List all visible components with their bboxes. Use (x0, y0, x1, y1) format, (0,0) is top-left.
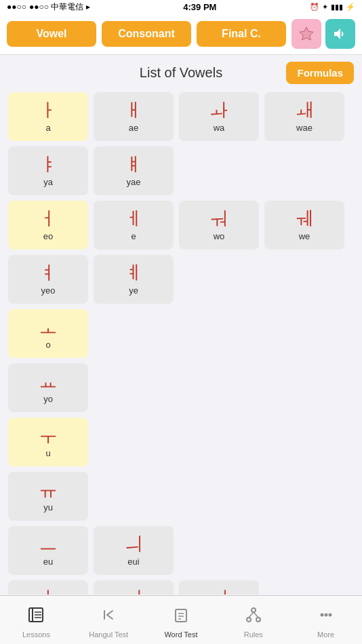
vowel-symbol: ㅔ (124, 209, 143, 228)
vowel-symbol: ㅕ (39, 264, 58, 283)
top-nav-icons (291, 19, 355, 49)
vowel-cell-eo[interactable]: ㅓeo (8, 201, 88, 249)
svg-point-15 (320, 613, 323, 617)
vowel-cell-a[interactable]: ㅏa (8, 92, 88, 141)
vowel-label: eui (127, 557, 139, 567)
vowel-label: o (45, 340, 50, 350)
vowel-symbol: ㅖ (124, 264, 143, 283)
vowel-symbol: ㅓ (39, 209, 58, 228)
status-bar: ●●○○ ●●○○ 中華電信 ▸ 4:39 PM ⏰ ✦ ▮▮▮ ⚡ (0, 0, 362, 14)
vowel-cell-ae[interactable]: ㅐae (94, 92, 174, 141)
vowel-label: e (131, 231, 136, 241)
vowel-cell-yo[interactable]: ㅛyo (8, 363, 88, 412)
vowel-label: yu (43, 502, 53, 512)
vowel-row: ㅗo (8, 309, 354, 358)
svg-line-13 (249, 612, 254, 618)
vowel-label: wo (214, 231, 225, 241)
vowel-label: a (45, 123, 50, 133)
vowel-row: ㅏaㅐaeㅘwaㅙwae (8, 92, 354, 141)
vowel-symbol: ㅟ (124, 589, 143, 595)
title-row: List of Vowels Formulas (8, 62, 354, 84)
charge-icon: ⚡ (346, 3, 355, 12)
vowel-row: ㅜu (8, 418, 354, 466)
consonant-button[interactable]: Consonant (102, 21, 191, 47)
vowel-cell-eui[interactable]: ㅢeui (94, 526, 174, 575)
vowel-row: ㅡeuㅢeui (8, 526, 354, 575)
vowel-symbol: ㅝ (209, 209, 228, 228)
vowel-cell-u[interactable]: ㅜu (8, 418, 88, 466)
tab-label: More (317, 630, 334, 639)
clock: 4:39 PM (183, 2, 216, 12)
tab-label: Rules (244, 630, 263, 639)
vowel-cell-ya[interactable]: ㅑya (8, 146, 88, 195)
svg-rect-6 (176, 609, 186, 622)
status-left: ●●○○ ●●○○ 中華電信 ▸ (7, 1, 90, 13)
vowel-label: u (45, 448, 50, 458)
vowel-grid: ㅏaㅐaeㅘwaㅙwaeㅑyaㅒyaeㅓeoㅔeㅝwoㅞweㅕyeoㅖyeㅗoㅛ… (8, 92, 354, 595)
vowel-label: eu (43, 557, 53, 567)
star-button[interactable] (291, 19, 321, 49)
vowel-symbol: ㅒ (124, 155, 143, 174)
svg-point-10 (252, 608, 256, 612)
vowel-cell-eu[interactable]: ㅡeu (8, 526, 88, 575)
tab-item-word-test[interactable]: Word Test (145, 601, 218, 639)
vowel-symbol: ㅏ (39, 101, 58, 120)
vowel-label: yo (43, 394, 53, 404)
vowel-cell-wi[interactable]: ㅟwi (94, 580, 174, 595)
vowel-label: wa (214, 123, 225, 133)
vowel-symbol: ㅜ (39, 426, 58, 445)
content-area: List of Vowels Formulas ㅏaㅐaeㅘwaㅙwaeㅑyaㅒ… (0, 55, 362, 595)
vowel-cell-wo[interactable]: ㅝwo (179, 201, 259, 249)
tab-item-rules[interactable]: Rules (217, 601, 289, 639)
vowel-cell-ye[interactable]: ㅖye (94, 255, 174, 304)
vowel-label: ye (129, 285, 138, 296)
top-navigation: Vowel Consonant Final C. (0, 14, 362, 55)
vowel-label: eo (43, 231, 53, 241)
svg-point-11 (247, 618, 251, 622)
vowel-cell-i[interactable]: ㅣi (8, 580, 88, 595)
final-c-button[interactable]: Final C. (197, 21, 286, 47)
svg-point-17 (328, 613, 331, 617)
bluetooth-icon: ✦ (322, 3, 328, 12)
vowel-symbol: ㅣ (39, 589, 58, 595)
vowel-cell-we[interactable]: ㅚwe (179, 580, 259, 595)
tab-icon-3 (244, 605, 263, 628)
tab-icon-4 (317, 605, 336, 628)
vowel-label: ya (43, 177, 53, 187)
tab-item-hangul-test[interactable]: Hangul Test (73, 601, 145, 639)
vowel-button[interactable]: Vowel (7, 21, 96, 47)
vowel-cell-we[interactable]: ㅞwe (264, 201, 344, 249)
vowel-row: ㅣiㅟwiㅚwe (8, 580, 354, 595)
tab-icon-1 (99, 605, 118, 628)
vowel-row: ㅠyu (8, 472, 354, 521)
tab-label: Lessons (22, 630, 50, 639)
vowel-label: yae (127, 177, 141, 187)
vowel-symbol: ㅡ (39, 535, 58, 554)
star-icon (298, 26, 315, 42)
vowel-cell-wae[interactable]: ㅙwae (264, 92, 344, 141)
vowel-cell-yu[interactable]: ㅠyu (8, 472, 88, 521)
vowel-row: ㅓeoㅔeㅝwoㅞwe (8, 201, 354, 249)
vowel-cell-e[interactable]: ㅔe (94, 201, 174, 249)
svg-point-16 (324, 613, 327, 617)
battery-icon: ▮▮▮ (331, 3, 343, 12)
tab-icon-2 (172, 605, 190, 628)
vowel-symbol: ㅐ (124, 101, 143, 120)
vowel-label: yeo (41, 285, 56, 296)
tab-item-more[interactable]: More (289, 601, 362, 639)
formulas-button[interactable]: Formulas (286, 62, 354, 84)
speaker-icon (332, 26, 348, 42)
vowel-cell-o[interactable]: ㅗo (8, 309, 88, 358)
vowel-symbol: ㅑ (39, 155, 58, 174)
vowel-cell-yeo[interactable]: ㅕyeo (8, 255, 88, 304)
tab-bar: LessonsHangul TestWord TestRulesMore (0, 595, 362, 644)
vowel-symbol: ㅠ (39, 481, 58, 500)
vowel-label: ae (129, 123, 138, 133)
vowel-cell-wa[interactable]: ㅘwa (179, 92, 259, 141)
vowel-row: ㅑyaㅒyae (8, 146, 354, 195)
tab-item-lessons[interactable]: Lessons (0, 601, 73, 639)
vowel-cell-yae[interactable]: ㅒyae (94, 146, 174, 195)
vowel-symbol: ㅗ (39, 318, 58, 337)
sound-button[interactable] (325, 19, 355, 49)
vowel-row: ㅕyeoㅖye (8, 255, 354, 304)
